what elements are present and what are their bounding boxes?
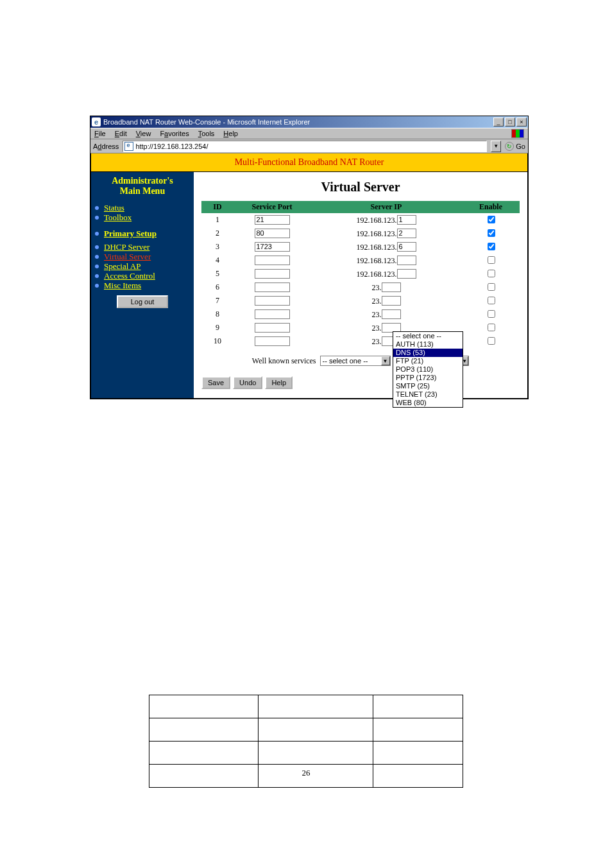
- action-buttons: Save Undo Help: [201, 376, 520, 389]
- enable-checkbox[interactable]: [488, 324, 495, 331]
- sidebar-title: Administrator'sMain Menu: [91, 172, 194, 203]
- titlebar: e Broadband NAT Router Web-Console - Mic…: [90, 116, 528, 128]
- sidebar-item-toolbox[interactable]: Toolbox: [91, 213, 194, 222]
- server-ip-input[interactable]: [382, 296, 401, 306]
- service-port-input[interactable]: [255, 296, 290, 306]
- sidebar-item-status[interactable]: Status: [91, 203, 194, 213]
- wks-label: Well known services: [252, 356, 316, 366]
- server-ip-input[interactable]: [397, 269, 416, 279]
- option-placeholder[interactable]: -- select one --: [393, 332, 463, 340]
- sidebar-item-primary-setup[interactable]: Primary Setup: [91, 229, 194, 238]
- enable-checkbox[interactable]: [488, 283, 495, 291]
- enable-checkbox[interactable]: [488, 297, 495, 304]
- row-id: 9: [201, 321, 234, 334]
- col-port: Service Port: [234, 201, 310, 213]
- address-value: http://192.168.123.254/: [135, 143, 208, 150]
- service-port-input[interactable]: [255, 215, 290, 225]
- well-known-services-listbox[interactable]: -- select one -- AUTH (113) DNS (53) FTP…: [393, 331, 463, 408]
- address-label: Address: [93, 143, 119, 150]
- server-ip-input[interactable]: [397, 229, 416, 238]
- service-port-input[interactable]: [255, 269, 290, 279]
- window-title: Broadband NAT Router Web-Console - Micro…: [103, 118, 493, 126]
- table-row: 923.: [201, 321, 520, 334]
- table-row: 723.: [201, 294, 520, 308]
- address-input[interactable]: http://192.168.123.254/: [123, 141, 487, 152]
- option-telnet[interactable]: TELNET (23): [393, 390, 463, 399]
- option-auth[interactable]: AUTH (113): [393, 340, 463, 349]
- chevron-down-icon: ▼: [381, 356, 390, 365]
- enable-checkbox[interactable]: [488, 243, 495, 250]
- save-button[interactable]: Save: [201, 376, 230, 389]
- undo-button[interactable]: Undo: [233, 376, 262, 389]
- ip-prefix: 192.168.123.: [357, 242, 397, 251]
- service-port-input[interactable]: [255, 242, 290, 252]
- menu-file[interactable]: File: [94, 130, 106, 137]
- row-id: 3: [201, 240, 234, 254]
- maximize-button[interactable]: □: [505, 117, 515, 126]
- table-row: 4192.168.123.: [201, 254, 520, 267]
- option-ftp[interactable]: FTP (21): [393, 357, 463, 365]
- menu-tools[interactable]: Tools: [198, 130, 215, 137]
- server-ip-input[interactable]: [397, 256, 416, 265]
- enable-checkbox[interactable]: [488, 337, 495, 345]
- table-row: 5192.168.123.: [201, 267, 520, 281]
- go-button[interactable]: ↻ Go: [505, 142, 525, 151]
- sidebar-item-misc[interactable]: Misc Items: [91, 281, 194, 290]
- service-port-input[interactable]: [255, 229, 290, 238]
- help-button[interactable]: Help: [265, 376, 293, 389]
- enable-checkbox[interactable]: [488, 216, 495, 223]
- ip-prefix: 192.168.123.: [357, 229, 397, 238]
- row-id: 1: [201, 213, 234, 227]
- sidebar-item-dhcp[interactable]: DHCP Server: [91, 242, 194, 252]
- service-port-input[interactable]: [255, 323, 290, 333]
- logout-button[interactable]: Log out: [117, 295, 168, 308]
- server-ip-input[interactable]: [397, 215, 416, 225]
- enable-checkbox[interactable]: [488, 270, 495, 277]
- service-port-input[interactable]: [255, 309, 290, 319]
- virtual-server-table: ID Service Port Server IP Enable 1192.16…: [201, 201, 520, 348]
- service-port-input[interactable]: [255, 336, 290, 346]
- col-ip: Server IP: [310, 201, 462, 213]
- sidebar-item-virtual-server[interactable]: Virtual Server: [91, 252, 194, 261]
- well-known-services-select[interactable]: -- select one -- ▼: [320, 356, 391, 366]
- menu-favorites[interactable]: Favorites: [160, 130, 189, 137]
- close-button[interactable]: ×: [516, 117, 527, 126]
- service-port-input[interactable]: [255, 282, 290, 292]
- sidebar: Administrator'sMain Menu Status Toolbox …: [91, 172, 194, 398]
- sidebar-item-special-ap[interactable]: Special AP: [91, 261, 194, 271]
- table-row: 3192.168.123.: [201, 240, 520, 254]
- option-pop3[interactable]: POP3 (110): [393, 365, 463, 374]
- page-title: Virtual Server: [201, 180, 520, 195]
- table-row: 623.: [201, 281, 520, 294]
- row-id: 6: [201, 281, 234, 294]
- enable-checkbox[interactable]: [488, 229, 495, 237]
- menu-help[interactable]: Help: [223, 130, 238, 137]
- address-dropdown-button[interactable]: ▼: [491, 141, 501, 152]
- col-enable: Enable: [462, 201, 520, 213]
- ip-prefix: 23.: [372, 309, 382, 318]
- enable-checkbox[interactable]: [488, 256, 495, 264]
- server-ip-input[interactable]: [397, 242, 416, 252]
- col-id: ID: [201, 201, 234, 213]
- option-web[interactable]: WEB (80): [393, 399, 463, 407]
- menubar: File Edit View Favorites Tools Help: [90, 128, 528, 139]
- option-dns[interactable]: DNS (53): [393, 349, 463, 357]
- menu-view[interactable]: View: [136, 130, 151, 137]
- row-id: 4: [201, 254, 234, 267]
- ip-prefix: 23.: [372, 336, 382, 345]
- row-id: 2: [201, 227, 234, 240]
- ip-prefix: 23.: [372, 323, 382, 332]
- table-row: 823.: [201, 308, 520, 321]
- service-port-input[interactable]: [255, 256, 290, 265]
- sidebar-item-access-control[interactable]: Access Control: [91, 271, 194, 281]
- enable-checkbox[interactable]: [488, 310, 495, 318]
- page-number: 26: [302, 768, 310, 778]
- option-pptp[interactable]: PPTP (1723): [393, 374, 463, 382]
- menu-edit[interactable]: Edit: [115, 130, 127, 137]
- table-row: 1192.168.123.: [201, 213, 520, 227]
- server-ip-input[interactable]: [382, 309, 401, 319]
- server-ip-input[interactable]: [382, 282, 401, 292]
- minimize-button[interactable]: _: [493, 117, 504, 126]
- go-icon: ↻: [505, 142, 514, 151]
- option-smtp[interactable]: SMTP (25): [393, 382, 463, 390]
